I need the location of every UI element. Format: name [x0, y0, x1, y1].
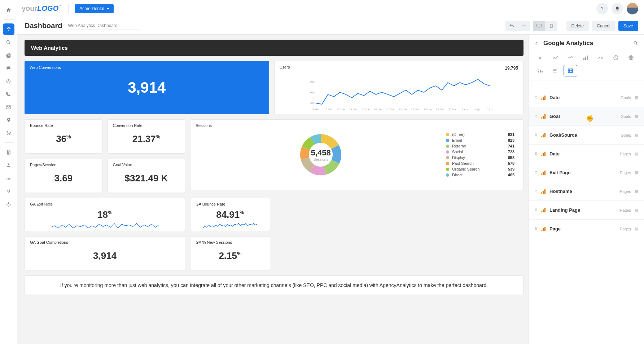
desktop-icon	[536, 23, 542, 29]
cancel-button[interactable]: Cancel	[592, 21, 615, 31]
redo-icon	[521, 23, 526, 28]
bell-icon	[615, 6, 620, 11]
save-button[interactable]: Save	[618, 21, 638, 31]
redo-button[interactable]	[518, 21, 530, 31]
svg-point-7	[551, 27, 551, 27]
mobile-view-button[interactable]	[545, 21, 557, 31]
undo-button[interactable]	[505, 21, 518, 31]
nav-home[interactable]	[3, 4, 14, 16]
page-title: Dashboard	[25, 22, 62, 30]
logo: yourLOGO™	[22, 4, 62, 13]
undo-icon	[509, 23, 514, 28]
desktop-view-button[interactable]	[533, 21, 545, 31]
user-avatar[interactable]	[627, 3, 638, 14]
left-nav	[0, 0, 17, 35]
notifications-button[interactable]	[612, 3, 623, 14]
history-group	[505, 21, 530, 31]
dashboard-icon	[6, 26, 12, 32]
nav-dashboard[interactable]	[3, 23, 14, 35]
mobile-icon	[549, 23, 553, 29]
top-bar: yourLOGO™ Acme Dental ?	[0, 0, 644, 17]
dashboard-title-input[interactable]	[68, 22, 140, 30]
delete-button[interactable]: Delete	[566, 21, 589, 31]
device-group	[533, 21, 557, 31]
page-header: Dashboard Delete Cancel Save	[0, 17, 644, 35]
help-icon: ?	[601, 6, 604, 12]
home-icon	[6, 7, 12, 13]
help-button[interactable]: ?	[596, 3, 608, 14]
client-dropdown[interactable]: Acme Dental	[75, 4, 114, 13]
svg-rect-5	[537, 24, 541, 27]
